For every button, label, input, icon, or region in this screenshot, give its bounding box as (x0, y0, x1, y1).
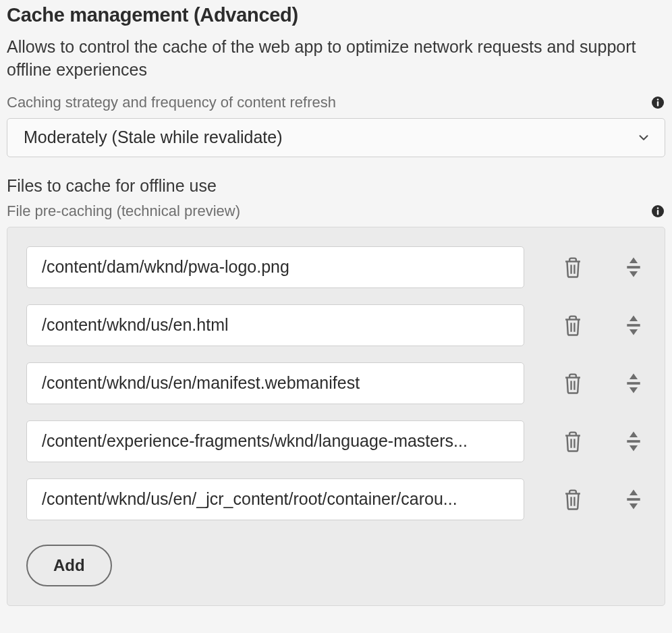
file-path-text: /content/wknd/us/en/_jcr_content/root/co… (42, 489, 457, 509)
svg-marker-30 (629, 503, 638, 510)
precache-panel: /content/dam/wknd/pwa-logo.png (7, 227, 665, 606)
svg-marker-20 (629, 387, 638, 393)
reorder-icon (623, 256, 644, 279)
cache-management-panel: Cache management (Advanced) Allows to co… (0, 0, 672, 613)
svg-marker-19 (629, 373, 638, 379)
svg-rect-23 (627, 440, 640, 443)
strategy-label: Caching strategy and frequency of conten… (7, 94, 336, 111)
svg-rect-8 (627, 266, 640, 269)
svg-point-4 (657, 207, 659, 209)
svg-marker-29 (629, 489, 638, 495)
file-path-input[interactable]: /content/wknd/us/en/_jcr_content/root/co… (26, 478, 524, 520)
section-title: Cache management (Advanced) (7, 4, 665, 26)
svg-marker-24 (629, 431, 638, 437)
reorder-handle[interactable] (621, 486, 646, 513)
file-path-input[interactable]: /content/wknd/us/en.html (26, 304, 524, 346)
file-path-text: /content/wknd/us/en/manifest.webmanifest (42, 373, 360, 393)
offline-heading: Files to cache for offline use (7, 176, 665, 196)
svg-rect-28 (627, 498, 640, 501)
svg-marker-9 (629, 257, 638, 263)
svg-marker-10 (629, 271, 638, 277)
add-button[interactable]: Add (26, 545, 112, 586)
reorder-handle[interactable] (621, 428, 646, 455)
reorder-handle[interactable] (621, 370, 646, 397)
reorder-icon (623, 372, 644, 395)
file-row: /content/wknd/us/en/_jcr_content/root/co… (26, 478, 646, 520)
file-path-input[interactable]: /content/experience-fragments/wknd/langu… (26, 420, 524, 462)
delete-button[interactable] (561, 254, 585, 281)
svg-rect-2 (657, 101, 659, 107)
reorder-handle[interactable] (621, 312, 646, 339)
file-path-text: /content/experience-fragments/wknd/langu… (42, 431, 468, 451)
reorder-icon (623, 430, 644, 453)
reorder-handle[interactable] (621, 254, 646, 281)
svg-rect-5 (657, 210, 659, 215)
file-row: /content/dam/wknd/pwa-logo.png (26, 246, 646, 288)
svg-marker-25 (629, 445, 638, 451)
strategy-label-row: Caching strategy and frequency of conten… (7, 94, 665, 111)
svg-marker-14 (629, 315, 638, 321)
svg-point-1 (657, 99, 659, 101)
reorder-icon (623, 314, 644, 337)
info-icon[interactable] (650, 95, 665, 110)
file-list: /content/dam/wknd/pwa-logo.png (26, 246, 646, 520)
trash-icon (563, 256, 583, 279)
file-path-text: /content/dam/wknd/pwa-logo.png (42, 257, 289, 277)
reorder-icon (623, 488, 644, 511)
svg-rect-18 (627, 382, 640, 385)
trash-icon (563, 372, 583, 395)
file-row: /content/wknd/us/en.html (26, 304, 646, 346)
caching-strategy-value: Moderately (Stale while revalidate) (24, 128, 283, 147)
trash-icon (563, 314, 583, 337)
precache-label-row: File pre-caching (technical preview) (7, 202, 665, 220)
caching-strategy-select[interactable]: Moderately (Stale while revalidate) (7, 118, 665, 157)
chevron-down-icon (636, 130, 651, 145)
svg-rect-13 (627, 324, 640, 327)
delete-button[interactable] (561, 312, 585, 339)
trash-icon (563, 488, 583, 511)
delete-button[interactable] (561, 486, 585, 513)
file-row: /content/experience-fragments/wknd/langu… (26, 420, 646, 462)
svg-marker-15 (629, 329, 638, 335)
trash-icon (563, 430, 583, 453)
info-icon[interactable] (650, 204, 665, 219)
delete-button[interactable] (561, 428, 585, 455)
file-path-input[interactable]: /content/wknd/us/en/manifest.webmanifest (26, 362, 524, 404)
precache-label: File pre-caching (technical preview) (7, 202, 240, 220)
file-row: /content/wknd/us/en/manifest.webmanifest (26, 362, 646, 404)
delete-button[interactable] (561, 370, 585, 397)
section-description: Allows to control the cache of the web a… (7, 36, 665, 82)
file-path-input[interactable]: /content/dam/wknd/pwa-logo.png (26, 246, 524, 288)
file-path-text: /content/wknd/us/en.html (42, 315, 229, 335)
